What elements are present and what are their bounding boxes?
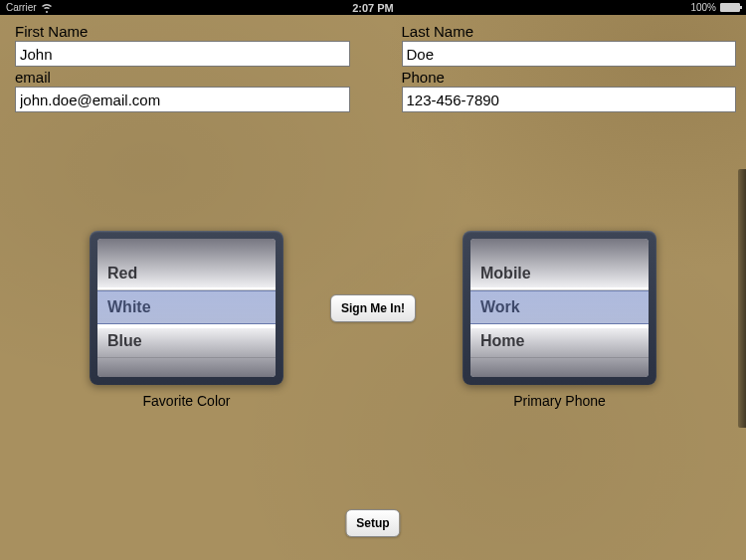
phone-group: Phone bbox=[402, 69, 737, 112]
email-input[interactable] bbox=[15, 87, 350, 112]
picker-item[interactable]: Work bbox=[470, 290, 649, 324]
first-name-label: First Name bbox=[15, 23, 350, 40]
sign-in-button[interactable]: Sign Me In! bbox=[330, 294, 416, 322]
last-name-label: Last Name bbox=[402, 23, 737, 40]
setup-button[interactable]: Setup bbox=[345, 509, 400, 537]
battery-icon bbox=[720, 3, 740, 12]
picker-item[interactable]: Mobile bbox=[470, 257, 649, 290]
first-name-group: First Name bbox=[15, 23, 350, 67]
picker-item[interactable]: Home bbox=[470, 324, 649, 358]
setup-wrap: Setup bbox=[345, 509, 400, 537]
right-edge-decoration bbox=[738, 169, 746, 428]
favorite-color-picker[interactable]: Red White Blue bbox=[90, 231, 283, 385]
last-name-group: Last Name bbox=[402, 23, 737, 67]
primary-phone-picker[interactable]: Mobile Work Home bbox=[463, 231, 656, 385]
picker-item[interactable]: Red bbox=[97, 257, 276, 290]
email-label: email bbox=[15, 69, 350, 86]
picker-section: Red White Blue Favorite Color Sign Me In… bbox=[0, 231, 746, 409]
first-name-input[interactable] bbox=[15, 41, 350, 67]
wifi-icon bbox=[41, 3, 53, 13]
form-grid: First Name Last Name email Phone bbox=[15, 23, 736, 112]
color-picker-label: Favorite Color bbox=[143, 393, 231, 409]
sign-in-wrap: Sign Me In! bbox=[330, 231, 416, 385]
picker-item[interactable]: White bbox=[97, 290, 276, 324]
phone-type-picker-wrapper: Mobile Work Home Primary Phone bbox=[463, 231, 656, 409]
color-picker-wrapper: Red White Blue Favorite Color bbox=[90, 231, 283, 409]
battery-label: 100% bbox=[690, 2, 716, 13]
carrier-label: Carrier bbox=[6, 2, 37, 13]
phone-type-picker-label: Primary Phone bbox=[513, 393, 606, 409]
last-name-input[interactable] bbox=[402, 41, 737, 67]
phone-input[interactable] bbox=[402, 87, 737, 112]
picker-item[interactable]: Blue bbox=[97, 324, 276, 358]
email-group: email bbox=[15, 69, 350, 112]
status-bar: Carrier 2:07 PM 100% bbox=[0, 0, 746, 15]
phone-label: Phone bbox=[402, 69, 737, 86]
status-time: 2:07 PM bbox=[352, 2, 394, 14]
